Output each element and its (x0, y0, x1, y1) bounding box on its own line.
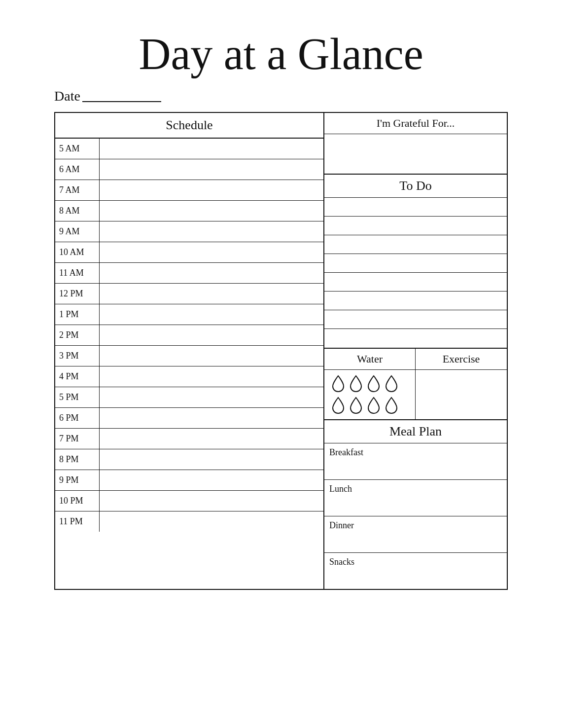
meal-content[interactable] (324, 496, 507, 516)
todo-item[interactable] (324, 273, 507, 291)
meal-items: Breakfast Lunch Dinner Snacks (324, 443, 507, 589)
time-label: 2 PM (55, 325, 100, 345)
time-content[interactable] (100, 180, 323, 200)
time-content[interactable] (100, 159, 323, 180)
time-slot: 9 PM (55, 470, 323, 491)
time-content[interactable] (100, 408, 323, 428)
meal-label: Lunch (324, 480, 507, 496)
time-label: 7 PM (55, 429, 100, 449)
water-drops (324, 370, 415, 419)
time-slot: 7 AM (55, 180, 323, 201)
todo-items (324, 198, 507, 348)
time-content[interactable] (100, 325, 323, 345)
water-drop-icon (367, 397, 381, 414)
time-slot: 8 PM (55, 449, 323, 470)
meal-content[interactable] (324, 460, 507, 479)
water-drop-icon (385, 397, 398, 414)
schedule-slots: 5 AM 6 AM 7 AM 8 AM 9 AM 10 AM 11 AM 12 … (55, 139, 323, 532)
time-content[interactable] (100, 491, 323, 511)
time-content[interactable] (100, 221, 323, 242)
time-label: 9 AM (55, 221, 100, 242)
time-content[interactable] (100, 449, 323, 470)
time-slot: 3 PM (55, 346, 323, 366)
time-content[interactable] (100, 429, 323, 449)
time-slot: 9 AM (55, 221, 323, 242)
meal-content[interactable] (324, 569, 507, 589)
todo-item[interactable] (324, 329, 507, 348)
water-drop-icon (331, 397, 345, 414)
time-content[interactable] (100, 304, 323, 325)
exercise-col: Exercise (416, 349, 507, 419)
time-slot: 12 PM (55, 284, 323, 304)
time-label: 3 PM (55, 346, 100, 366)
time-slot: 1 PM (55, 304, 323, 325)
time-content[interactable] (100, 242, 323, 262)
meal-label: Snacks (324, 553, 507, 569)
time-content[interactable] (100, 387, 323, 407)
time-label: 11 AM (55, 263, 100, 283)
main-grid: Schedule 5 AM 6 AM 7 AM 8 AM 9 AM 10 AM … (54, 112, 508, 590)
time-label: 6 PM (55, 408, 100, 428)
time-slot: 11 PM (55, 511, 323, 532)
time-label: 5 AM (55, 139, 100, 159)
time-content[interactable] (100, 263, 323, 283)
time-label: 12 PM (55, 284, 100, 304)
time-content[interactable] (100, 201, 323, 221)
grateful-header: I'm Grateful For... (324, 113, 507, 134)
date-label: Date (54, 88, 80, 104)
time-slot: 5 AM (55, 139, 323, 159)
time-label: 8 AM (55, 201, 100, 221)
todo-header: To Do (324, 175, 507, 198)
date-line: Date (54, 88, 508, 104)
exercise-content[interactable] (416, 370, 507, 409)
meal-content[interactable] (324, 533, 507, 552)
time-content[interactable] (100, 139, 323, 159)
time-slot: 5 PM (55, 387, 323, 408)
meal-item: Lunch (324, 480, 507, 516)
schedule-header: Schedule (55, 113, 323, 139)
meal-label: Breakfast (324, 443, 507, 460)
time-slot: 2 PM (55, 325, 323, 346)
todo-item[interactable] (324, 217, 507, 235)
todo-item[interactable] (324, 254, 507, 273)
time-slot: 7 PM (55, 429, 323, 449)
water-drop-icon (331, 375, 345, 393)
todo-item[interactable] (324, 198, 507, 217)
todo-section: To Do (324, 175, 507, 349)
time-content[interactable] (100, 366, 323, 387)
time-label: 10 AM (55, 242, 100, 262)
todo-item[interactable] (324, 291, 507, 310)
date-input[interactable] (82, 90, 161, 102)
meal-item: Dinner (324, 516, 507, 553)
time-content[interactable] (100, 284, 323, 304)
todo-item[interactable] (324, 310, 507, 329)
meal-plan-header: Meal Plan (324, 420, 507, 443)
page: Day at a Glance Date Schedule 5 AM 6 AM … (35, 15, 527, 605)
meal-label: Dinner (324, 516, 507, 533)
time-label: 10 PM (55, 491, 100, 511)
meal-plan-section: Meal Plan Breakfast Lunch Dinner Snacks (324, 420, 507, 589)
water-drop-icon (367, 375, 381, 393)
time-label: 5 PM (55, 387, 100, 407)
time-slot: 10 AM (55, 242, 323, 263)
time-content[interactable] (100, 346, 323, 366)
time-slot: 6 AM (55, 159, 323, 180)
water-col: Water (324, 349, 416, 419)
time-label: 11 PM (55, 511, 100, 532)
time-slot: 10 PM (55, 491, 323, 511)
time-slot: 6 PM (55, 408, 323, 429)
time-label: 1 PM (55, 304, 100, 325)
time-slot: 4 PM (55, 366, 323, 387)
time-content[interactable] (100, 511, 323, 532)
time-slot: 8 AM (55, 201, 323, 221)
water-header: Water (324, 349, 415, 370)
water-drop-icon (349, 397, 363, 414)
todo-item[interactable] (324, 235, 507, 254)
water-drop-icon (385, 375, 398, 393)
meal-item: Breakfast (324, 443, 507, 480)
time-content[interactable] (100, 470, 323, 490)
time-label: 4 PM (55, 366, 100, 387)
schedule-section: Schedule 5 AM 6 AM 7 AM 8 AM 9 AM 10 AM … (55, 113, 324, 589)
exercise-header: Exercise (416, 349, 507, 370)
grateful-content[interactable] (324, 134, 507, 174)
